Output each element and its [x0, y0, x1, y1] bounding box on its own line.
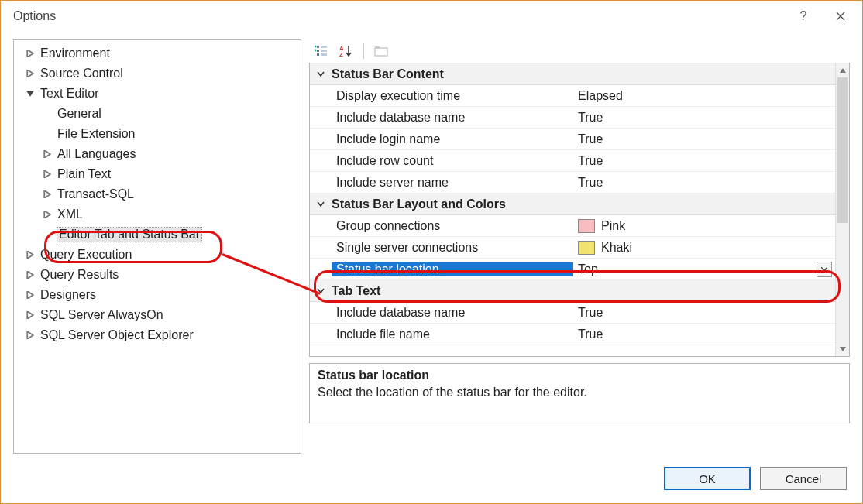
- property-value-cell[interactable]: Pink: [573, 219, 835, 233]
- property-value: True: [578, 154, 603, 168]
- tree-item-label: Plain Text: [57, 167, 111, 181]
- expand-icon[interactable]: [25, 88, 36, 99]
- property-value: True: [578, 306, 603, 320]
- property-row[interactable]: Display execution timeElapsed: [310, 85, 835, 107]
- description-text: Select the location of the status bar fo…: [318, 386, 841, 399]
- property-description: Status bar location Select the location …: [309, 363, 850, 423]
- tree-item[interactable]: All Languages: [14, 144, 301, 164]
- tree-item[interactable]: XML: [14, 204, 301, 225]
- property-row[interactable]: Include row countTrue: [310, 150, 835, 172]
- property-category[interactable]: Status Bar Content: [310, 63, 835, 85]
- property-value-cell[interactable]: True: [573, 132, 835, 146]
- expand-icon[interactable]: [25, 48, 36, 59]
- svg-rect-4: [317, 53, 319, 56]
- property-row[interactable]: Include server nameTrue: [310, 172, 835, 194]
- property-pages-button[interactable]: [370, 41, 392, 61]
- tree-item[interactable]: File Extension: [14, 124, 301, 144]
- chevron-down-icon: [821, 267, 827, 272]
- expand-icon[interactable]: [25, 269, 36, 280]
- collapse-icon[interactable]: [310, 287, 332, 295]
- options-tree[interactable]: EnvironmentSource ControlText EditorGene…: [13, 39, 301, 454]
- tree-item[interactable]: SQL Server Object Explorer: [14, 325, 301, 345]
- property-name: Group connections: [332, 219, 573, 233]
- property-value-cell[interactable]: Top: [573, 262, 835, 277]
- tree-item[interactable]: Query Results: [14, 265, 301, 285]
- tree-item[interactable]: Text Editor: [14, 84, 301, 104]
- cancel-button[interactable]: Cancel: [760, 467, 847, 490]
- property-name: Status bar location: [332, 262, 573, 276]
- svg-rect-11: [375, 46, 380, 49]
- expand-icon[interactable]: [25, 290, 36, 300]
- scroll-down-button[interactable]: [836, 342, 849, 356]
- tree-item[interactable]: Environment: [14, 43, 301, 63]
- tree-item-label: Text Editor: [40, 87, 99, 101]
- svg-point-6: [315, 46, 317, 48]
- property-toolbar: A Z: [309, 39, 850, 63]
- property-row[interactable]: Include login nameTrue: [310, 129, 835, 150]
- expand-icon[interactable]: [42, 149, 53, 159]
- property-value: Pink: [601, 219, 625, 233]
- tree-item[interactable]: Plain Text: [14, 164, 301, 184]
- property-category[interactable]: Status Bar Layout and Colors: [310, 194, 835, 215]
- tree-item[interactable]: Editor Tab and Status Bar: [14, 225, 301, 245]
- property-value-cell[interactable]: True: [573, 306, 835, 320]
- tree-item[interactable]: Query Execution: [14, 245, 301, 265]
- property-row[interactable]: Include database nameTrue: [310, 107, 835, 129]
- tree-spacer: [42, 108, 53, 119]
- property-value: True: [578, 111, 603, 125]
- category-label: Status Bar Layout and Colors: [332, 197, 835, 211]
- close-button[interactable]: [822, 1, 859, 32]
- svg-rect-0: [317, 46, 319, 48]
- property-category[interactable]: Tab Text: [310, 280, 835, 302]
- expand-icon[interactable]: [42, 189, 53, 200]
- expand-icon[interactable]: [25, 330, 36, 341]
- property-value-cell[interactable]: True: [573, 154, 835, 168]
- property-row[interactable]: Include file nameTrue: [310, 324, 835, 345]
- tree-item[interactable]: General: [14, 104, 301, 124]
- expand-icon[interactable]: [25, 68, 36, 79]
- property-value-cell[interactable]: Khaki: [573, 241, 835, 255]
- expand-icon[interactable]: [25, 310, 36, 321]
- scroll-up-button[interactable]: [836, 63, 849, 77]
- alphabetical-button[interactable]: A Z: [335, 41, 357, 61]
- tree-item-label: XML: [57, 207, 83, 221]
- svg-rect-1: [321, 46, 327, 48]
- expand-icon[interactable]: [25, 249, 36, 260]
- help-button[interactable]: ?: [785, 1, 822, 32]
- tree-item[interactable]: Transact-SQL: [14, 184, 301, 204]
- dropdown-button[interactable]: [817, 262, 832, 277]
- tree-item[interactable]: SQL Server AlwaysOn: [14, 305, 301, 325]
- property-name: Include server name: [332, 176, 573, 190]
- categorized-icon: [315, 45, 328, 57]
- collapse-icon[interactable]: [310, 70, 332, 78]
- expand-icon[interactable]: [42, 209, 53, 220]
- property-row[interactable]: Group connectionsPink: [310, 215, 835, 237]
- property-value: Elapsed: [578, 89, 623, 103]
- property-value-cell[interactable]: True: [573, 111, 835, 125]
- property-row[interactable]: Include database nameTrue: [310, 302, 835, 324]
- tree-spacer: [42, 129, 53, 139]
- property-value-cell[interactable]: True: [573, 327, 835, 341]
- property-value-cell[interactable]: Elapsed: [573, 89, 835, 103]
- tree-item[interactable]: Designers: [14, 285, 301, 305]
- property-grid[interactable]: Status Bar ContentDisplay execution time…: [309, 63, 850, 357]
- svg-rect-10: [375, 48, 387, 56]
- tree-item-label: Source Control: [40, 67, 123, 81]
- ok-button[interactable]: OK: [664, 467, 751, 490]
- property-value: Top: [578, 262, 598, 276]
- property-row[interactable]: Single server connectionsKhaki: [310, 237, 835, 259]
- color-swatch: [578, 219, 595, 233]
- categorized-button[interactable]: [311, 41, 332, 61]
- svg-rect-2: [317, 50, 319, 52]
- property-name: Display execution time: [332, 89, 573, 103]
- collapse-icon[interactable]: [310, 201, 332, 208]
- property-value-cell[interactable]: True: [573, 176, 835, 190]
- tree-item[interactable]: Source Control: [14, 63, 301, 84]
- scrollbar-thumb[interactable]: [837, 77, 848, 223]
- expand-icon[interactable]: [42, 169, 53, 180]
- tree-item-label: SQL Server Object Explorer: [40, 328, 194, 342]
- window-title: Options: [13, 9, 56, 23]
- scrollbar-track[interactable]: [836, 77, 849, 342]
- vertical-scrollbar[interactable]: [835, 63, 849, 356]
- property-row[interactable]: Status bar locationTop: [310, 259, 835, 280]
